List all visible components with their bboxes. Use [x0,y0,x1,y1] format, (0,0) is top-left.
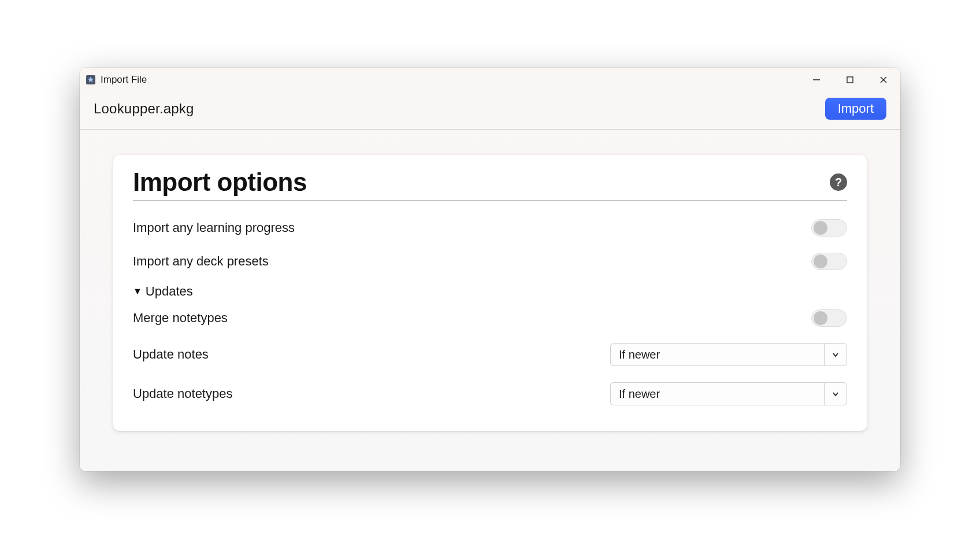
toggle-knob [814,221,827,235]
toggle-knob [814,254,827,268]
import-options-card: Import options ? Import any learning pro… [113,155,867,431]
minimize-button[interactable] [800,68,833,92]
option-label: Import any learning progress [133,220,295,235]
chevron-down-icon[interactable] [824,343,847,366]
import-file-window: Import File Lookupper.apkg Import Import… [80,68,900,471]
maximize-button[interactable] [833,68,867,92]
select-update-notes[interactable]: If newer [610,343,847,366]
updates-section-header[interactable]: ▼ Updates [133,278,847,301]
svg-rect-3 [847,77,853,83]
titlebar: Import File [80,68,900,92]
help-icon[interactable]: ? [830,173,847,191]
toggle-merge-notetypes[interactable] [811,309,847,327]
content-area: Import options ? Import any learning pro… [80,130,900,471]
option-label: Merge notetypes [133,311,228,326]
toolbar: Lookupper.apkg Import [80,92,900,130]
option-label: Update notetypes [133,386,232,401]
window-title: Import File [101,74,147,86]
toggle-knob [814,311,827,325]
card-title: Import options [133,168,307,197]
window-controls [800,68,900,92]
toggle-import-deck-presets[interactable] [811,253,847,270]
option-update-notetypes: Update notetypes If newer [133,374,847,414]
option-label: Import any deck presets [133,254,269,269]
card-header: Import options ? [133,168,847,201]
option-update-notes: Update notes If newer [133,335,847,374]
select-value[interactable]: If newer [610,382,824,405]
select-update-notetypes[interactable]: If newer [610,382,847,405]
filename-label: Lookupper.apkg [94,101,194,117]
option-label: Update notes [133,347,209,362]
import-button[interactable]: Import [825,98,886,120]
app-icon [86,75,96,85]
toggle-import-learning-progress[interactable] [811,219,847,237]
chevron-down-icon: ▼ [133,286,142,297]
option-merge-notetypes: Merge notetypes [133,301,847,335]
chevron-down-icon[interactable] [824,382,847,405]
close-button[interactable] [867,68,900,92]
option-import-deck-presets: Import any deck presets [133,245,847,278]
option-import-learning-progress: Import any learning progress [133,211,847,245]
select-value[interactable]: If newer [610,343,824,366]
section-title: Updates [146,284,193,299]
